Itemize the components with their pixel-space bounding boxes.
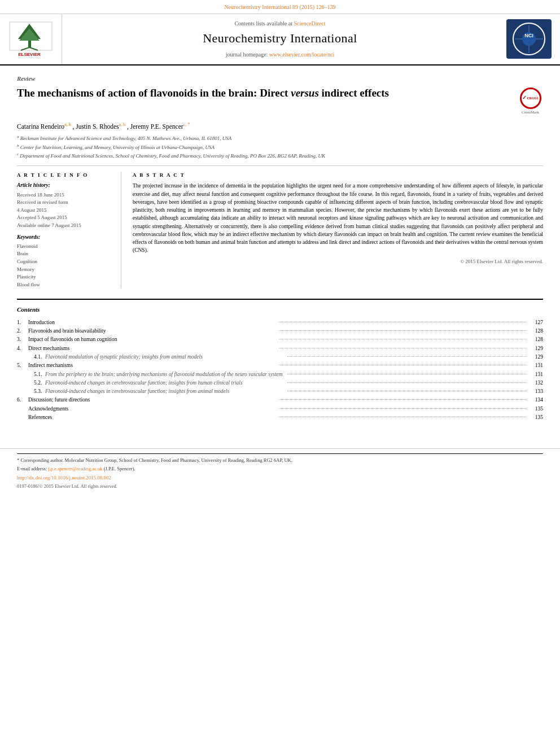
history-item: Available online 7 August 2015 [17, 222, 113, 229]
toc-label: From the periphery to the brain; underly… [45, 371, 285, 378]
article-title: The mechanisms of action of flavonoids i… [17, 86, 512, 101]
abstract-text: The projected increase in the incidence … [133, 182, 543, 254]
toc-dots [279, 399, 527, 400]
toc-item: 6.Discussion; future directions 134 [17, 396, 543, 404]
contents-available-line: Contents lists available at ScienceDirec… [234, 20, 325, 28]
homepage-label: journal homepage: [226, 51, 268, 58]
toc-page: 129 [529, 353, 543, 361]
crossmark-icon: ✓CROSS [520, 88, 541, 109]
toc-label: Direct mechanisms [28, 345, 277, 352]
separator-1 [17, 165, 543, 166]
journal-header: ELSEVIER Contents lists available at Sci… [0, 14, 560, 65]
toc-item: References 135 [17, 414, 543, 421]
article-title-row: The mechanisms of action of flavonoids i… [17, 86, 543, 116]
article-type-label: Review [17, 75, 543, 83]
toc-label: Impact of flavonoids on human cognition [28, 336, 277, 343]
toc-page: 131 [529, 362, 543, 369]
journal-header-center: Contents lists available at ScienceDirec… [62, 14, 498, 64]
corresponding-author-note: * Corresponding author. Molecular Nutrit… [17, 457, 543, 464]
two-column-layout: A R T I C L E I N F O Article history: R… [17, 172, 543, 289]
toc-dots [287, 356, 527, 357]
email-link[interactable]: j.p.e.spencer@reading.ac.uk [48, 466, 102, 471]
abstract-heading: A B S T R A C T [133, 172, 543, 179]
author3-name: , Jeremy P.E. Spencer [127, 123, 183, 130]
nci-logo-area: NCI [498, 14, 560, 64]
journal-title: Neurochemistry International [203, 30, 357, 47]
issn-line: 0197-0186/© 2015 Elsevier Ltd. All right… [17, 483, 543, 490]
toc-label: Introduction [28, 319, 277, 326]
svg-line-5 [29, 47, 38, 50]
toc-item: 5.3.Flavonoid-induced changes in cerebro… [17, 388, 543, 395]
keyword-item: Brain [17, 250, 113, 257]
doi-link[interactable]: http://dx.doi.org/10.1016/j.neuint.2015.… [17, 474, 543, 482]
toc-label: Flavonoid-induced changes in cerebrovasc… [45, 388, 285, 395]
toc-dots [279, 365, 527, 365]
toc-number: 5.3. [34, 388, 45, 395]
toc-page: 134 [529, 396, 543, 404]
toc-page: 128 [529, 336, 543, 343]
affiliation-item: b Center for Nutrition, Learning, and Me… [17, 143, 543, 151]
toc-item: 2.Flavonoids and brain bioavailability 1… [17, 327, 543, 335]
toc-label: Discussion; future directions [28, 396, 277, 404]
svg-line-4 [21, 47, 29, 50]
toc-label: Flavonoids and brain bioavailability [28, 327, 277, 335]
history-item: 4 August 2015 [17, 207, 113, 214]
history-item: Accepted 5 August 2015 [17, 214, 113, 221]
toc-dots [279, 339, 527, 339]
keyword-item: Memory [17, 266, 113, 273]
contents-title: Contents [17, 305, 543, 314]
svg-text:NCI: NCI [524, 33, 533, 38]
sciencedirect-link[interactable]: ScienceDirect [294, 20, 325, 27]
authors-line: Catarina Rendeiroa, b , Justin S. Rhodes… [17, 121, 543, 131]
affiliations-list: a Beckman Institute for Advanced Science… [17, 134, 543, 160]
toc-number: 4.1. [34, 353, 45, 361]
author3-sup: c, * [183, 122, 190, 127]
toc-number: 1. [17, 319, 28, 326]
author1-sup: a, b [64, 122, 71, 127]
keyword-item: Blood flow [17, 281, 113, 289]
toc-item: 1.Introduction 127 [17, 319, 543, 326]
main-content: Review The mechanisms of action of flavo… [0, 65, 560, 432]
title-text-after-italic: indirect effects [319, 87, 389, 99]
toc-dots [279, 417, 527, 417]
copyright-line: © 2015 Elsevier Ltd. All rights reserved… [133, 258, 543, 265]
history-item: Received in revised form [17, 199, 113, 206]
history-items: Received 18 June 2015Received in revised… [17, 191, 113, 229]
author2-sup: a, b [119, 122, 126, 127]
toc-dots [279, 348, 527, 348]
keyword-item: Plasticity [17, 273, 113, 281]
toc-number: 4. [17, 345, 28, 352]
toc-page: 129 [529, 345, 543, 352]
toc-dots [279, 408, 527, 409]
toc-number: 5.1. [34, 371, 45, 378]
toc-item: Acknowledgments 135 [17, 405, 543, 413]
toc-label: Flavonoid modulation of synaptic plastic… [45, 353, 285, 361]
toc-page: 127 [529, 319, 543, 326]
homepage-link[interactable]: www.elsevier.com/locate/nci [269, 51, 334, 58]
elsevier-logo-area: ELSEVIER [0, 14, 62, 64]
toc-page: 135 [529, 414, 543, 421]
article-info-heading: A R T I C L E I N F O [17, 172, 113, 179]
toc-number: 3. [17, 336, 28, 343]
toc-list: 1.Introduction 1272.Flavonoids and brain… [17, 319, 543, 422]
keyword-item: Cognition [17, 258, 113, 265]
affiliation-item: c Department of Food and Nutritional Sci… [17, 152, 543, 160]
article-info-column: A R T I C L E I N F O Article history: R… [17, 172, 121, 289]
toc-number: 2. [17, 327, 28, 335]
email-label: E-mail address: [17, 466, 47, 471]
email-name: (J.P.E. Spencer). [104, 466, 135, 471]
keywords-label: Keywords: [17, 234, 113, 241]
history-item: Received 18 June 2015 [17, 191, 113, 199]
toc-page: 133 [529, 388, 543, 395]
contents-label: Contents lists available at [234, 20, 292, 27]
crossmark-label: CrossMark [522, 110, 539, 116]
toc-item: 5.Indirect mechanisms 131 [17, 362, 543, 369]
page-wrapper: Neurochemistry International 89 (2015) 1… [0, 0, 560, 747]
affiliation-item: a Beckman Institute for Advanced Science… [17, 134, 543, 142]
toc-item: 4.1.Flavonoid modulation of synaptic pla… [17, 353, 543, 361]
toc-item: 3.Impact of flavonoids on human cognitio… [17, 336, 543, 343]
toc-page: 128 [529, 327, 543, 335]
toc-item: 4.Direct mechanisms 129 [17, 345, 543, 352]
journal-citation-bar: Neurochemistry International 89 (2015) 1… [0, 0, 560, 14]
journal-homepage: journal homepage: www.elsevier.com/locat… [226, 51, 335, 59]
